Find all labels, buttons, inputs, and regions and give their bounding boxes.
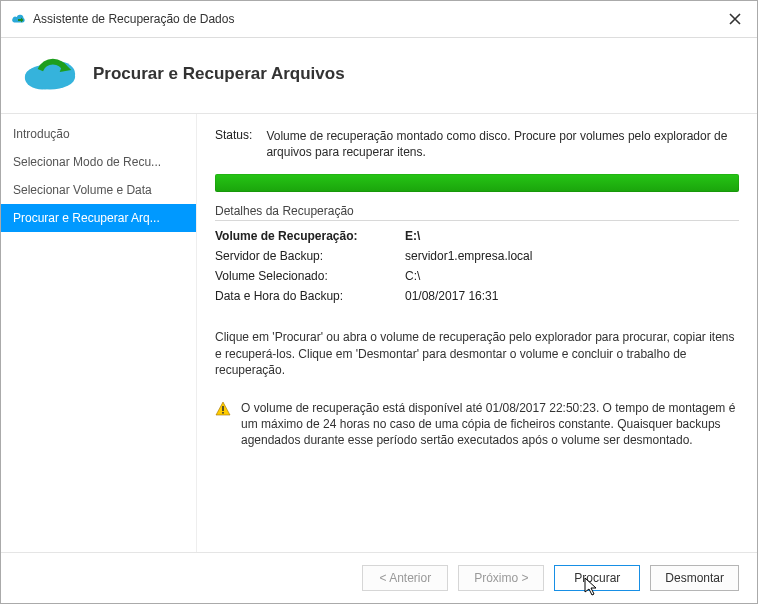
sidebar-item-browse-recover[interactable]: Procurar e Recuperar Arq... (1, 204, 196, 232)
svg-rect-4 (222, 412, 224, 414)
page-title: Procurar e Recuperar Arquivos (93, 64, 345, 84)
browse-button[interactable]: Procurar (554, 565, 640, 591)
value-selected-volume: C:\ (405, 269, 420, 283)
row-selected-volume: Volume Selecionado: C:\ (215, 269, 739, 283)
value-recovery-volume: E:\ (405, 229, 420, 243)
value-backup-datetime: 01/08/2017 16:31 (405, 289, 498, 303)
recovery-details-title: Detalhes da Recuperação (215, 204, 739, 218)
app-icon (11, 12, 27, 26)
unmount-button[interactable]: Desmontar (650, 565, 739, 591)
wizard-window: Assistente de Recuperação de Dados Procu… (0, 0, 758, 604)
status-text: Volume de recuperação montado como disco… (266, 128, 739, 160)
divider (215, 220, 739, 221)
next-button: Próximo > (458, 565, 544, 591)
sidebar-item-mode[interactable]: Selecionar Modo de Recu... (1, 148, 196, 176)
sidebar: Introdução Selecionar Modo de Recu... Se… (1, 114, 197, 552)
value-backup-server: servidor1.empresa.local (405, 249, 532, 263)
close-icon (729, 13, 741, 25)
close-button[interactable] (723, 7, 747, 31)
warning-text: O volume de recuperação está disponível … (241, 400, 739, 449)
status-label: Status: (215, 128, 254, 160)
row-backup-datetime: Data e Hora do Backup: 01/08/2017 16:31 (215, 289, 739, 303)
label-recovery-volume: Volume de Recuperação: (215, 229, 405, 243)
label-backup-server: Servidor de Backup: (215, 249, 405, 263)
status-row: Status: Volume de recuperação montado co… (215, 128, 739, 160)
warning-icon (215, 401, 231, 449)
svg-rect-3 (222, 406, 224, 411)
progress-bar (215, 174, 739, 192)
instructions-text: Clique em 'Procurar' ou abra o volume de… (215, 329, 739, 378)
titlebar: Assistente de Recuperação de Dados (1, 1, 757, 38)
label-selected-volume: Volume Selecionado: (215, 269, 405, 283)
label-backup-datetime: Data e Hora do Backup: (215, 289, 405, 303)
body: Introdução Selecionar Modo de Recu... Se… (1, 114, 757, 552)
cloud-restore-icon (21, 52, 79, 95)
warning-row: O volume de recuperação está disponível … (215, 400, 739, 449)
sidebar-item-volume-date[interactable]: Selecionar Volume e Data (1, 176, 196, 204)
row-backup-server: Servidor de Backup: servidor1.empresa.lo… (215, 249, 739, 263)
row-recovery-volume: Volume de Recuperação: E:\ (215, 229, 739, 243)
sidebar-item-intro[interactable]: Introdução (1, 120, 196, 148)
header: Procurar e Recuperar Arquivos (1, 38, 757, 114)
back-button: < Anterior (362, 565, 448, 591)
footer: < Anterior Próximo > Procurar Desmontar (1, 552, 757, 603)
window-title: Assistente de Recuperação de Dados (33, 12, 723, 26)
content: Status: Volume de recuperação montado co… (197, 114, 757, 552)
